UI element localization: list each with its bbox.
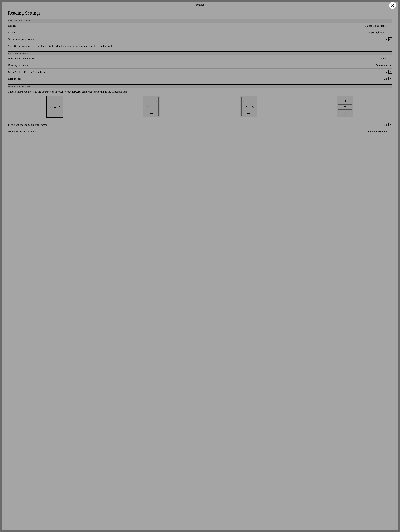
- tap-layout-4-icon: [338, 97, 352, 116]
- row-value-refresh: Chapter: [379, 57, 387, 60]
- row-progress-bar[interactable]: Show book progress bar: On: [8, 36, 392, 43]
- tap-layout-2-icon: [144, 97, 159, 116]
- row-page-turn[interactable]: Page forward and back by: Tapping or swi…: [8, 128, 392, 135]
- row-orientation[interactable]: Reading orientation: Auto rotate: [8, 62, 392, 69]
- checkbox-brightness[interactable]: [388, 123, 392, 127]
- row-value-adobe: On: [383, 70, 387, 73]
- checkbox-adobe[interactable]: [388, 70, 392, 74]
- row-label-refresh: Refresh the screen every:: [8, 57, 35, 60]
- progress-note: Note: Some books will not be able to dis…: [8, 43, 392, 51]
- chevron-down-icon: [389, 57, 392, 60]
- check-icon: [389, 124, 391, 126]
- row-value-page-turn: Tapping or swiping: [367, 130, 387, 133]
- section-header-reading-progress: READING PROGRESS: [8, 19, 392, 23]
- row-refresh[interactable]: Refresh the screen every: Chapter: [8, 55, 392, 62]
- row-value-header: Pages left in chapter: [365, 24, 387, 27]
- row-value-progress-bar: On: [383, 38, 387, 41]
- tap-layout-option-3[interactable]: [240, 96, 257, 117]
- chevron-down-icon: [389, 31, 392, 34]
- close-icon: [391, 4, 394, 7]
- settings-panel: Settings Reading Settings READING PROGRE…: [2, 2, 398, 530]
- check-icon: [389, 78, 391, 80]
- controls-instruction: Choose where you prefer to tap your scre…: [8, 88, 392, 96]
- row-adobe[interactable]: Show Adobe EPUB page numbers: On: [8, 69, 392, 75]
- close-button[interactable]: [389, 2, 396, 9]
- chevron-down-icon: [389, 130, 392, 133]
- row-label-dark-mode: Dark mode:: [8, 77, 21, 80]
- tap-layout-option-1[interactable]: [46, 96, 63, 118]
- content: Reading Settings READING PROGRESS Header…: [2, 7, 398, 140]
- check-icon: [389, 38, 391, 40]
- check-icon: [389, 71, 391, 73]
- row-value-brightness: On: [383, 123, 387, 126]
- row-value-dark-mode: On: [383, 77, 387, 80]
- row-value-footer: Pages left in book: [368, 31, 387, 34]
- tap-layout-1-icon: [48, 97, 62, 116]
- row-label-footer: Footer:: [8, 31, 16, 34]
- topbar: Settings: [2, 2, 398, 7]
- row-label-adobe: Show Adobe EPUB page numbers:: [8, 70, 45, 73]
- row-label-header: Header:: [8, 24, 17, 27]
- row-label-progress-bar: Show book progress bar:: [8, 38, 35, 41]
- section-header-page-appearance: PAGE APPEARANCE: [8, 51, 392, 55]
- section-header-onscreen-controls: ONSCREEN CONTROLS: [8, 84, 392, 88]
- row-value-orientation: Auto rotate: [375, 63, 387, 67]
- row-label-brightness: Swipe left edge to adjust brightness:: [8, 123, 47, 126]
- topbar-title: Settings: [196, 3, 204, 6]
- row-header[interactable]: Header: Pages left in chapter: [8, 23, 392, 29]
- row-brightness-swipe[interactable]: Swipe left edge to adjust brightness: On: [8, 121, 392, 128]
- row-label-page-turn: Page forward and back by:: [8, 130, 37, 133]
- checkbox-dark-mode[interactable]: [388, 77, 392, 81]
- row-label-orientation: Reading orientation:: [8, 63, 30, 67]
- row-footer[interactable]: Footer: Pages left in book: [8, 29, 392, 36]
- chevron-down-icon: [389, 64, 392, 66]
- checkbox-progress-bar[interactable]: [388, 38, 392, 41]
- svg-rect-8: [145, 97, 159, 116]
- row-dark-mode[interactable]: Dark mode: On: [8, 75, 392, 82]
- svg-rect-14: [241, 97, 255, 116]
- tap-layout-option-2[interactable]: [143, 96, 160, 117]
- tap-layout-3-icon: [241, 97, 256, 116]
- tap-layout-options: [8, 96, 392, 121]
- tap-layout-option-4[interactable]: [337, 96, 354, 117]
- page-title: Reading Settings: [8, 10, 392, 16]
- chevron-down-icon: [389, 25, 392, 27]
